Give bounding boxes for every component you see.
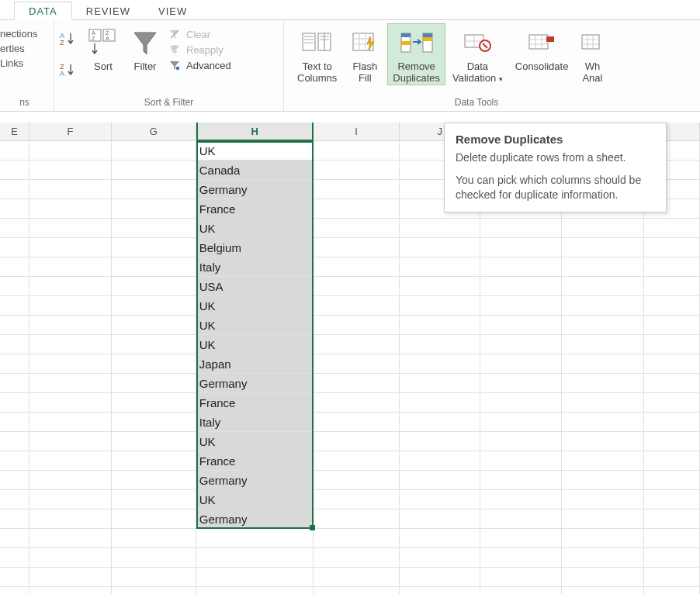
cell[interactable]	[29, 529, 112, 548]
cell[interactable]	[0, 141, 29, 161]
cell[interactable]	[480, 238, 562, 257]
cell[interactable]	[0, 471, 29, 490]
cell[interactable]	[562, 238, 644, 257]
cell[interactable]	[29, 451, 112, 471]
cell[interactable]	[480, 490, 562, 509]
tab-view[interactable]: VIEW	[144, 2, 201, 19]
cell[interactable]	[0, 316, 29, 335]
cell[interactable]	[29, 568, 112, 587]
flash-fill-button[interactable]: Flash Fill	[344, 23, 386, 85]
cell[interactable]	[0, 548, 29, 568]
cell[interactable]	[29, 141, 112, 161]
cell[interactable]	[29, 180, 112, 199]
data-cell[interactable]: USA	[196, 277, 314, 296]
cell[interactable]	[0, 257, 29, 277]
cell[interactable]	[644, 374, 700, 393]
cell[interactable]	[562, 587, 644, 594]
data-cell[interactable]: UK	[196, 432, 314, 451]
cell[interactable]	[112, 393, 196, 413]
cell[interactable]	[112, 509, 196, 529]
cell[interactable]	[314, 568, 400, 587]
cell[interactable]	[480, 548, 562, 568]
cell[interactable]	[196, 587, 314, 594]
cell[interactable]	[480, 296, 562, 316]
cell[interactable]	[314, 432, 400, 451]
cell[interactable]	[0, 587, 29, 594]
cell[interactable]	[112, 180, 196, 199]
tab-data[interactable]: DATA	[14, 2, 72, 20]
cell[interactable]	[400, 568, 480, 587]
cell[interactable]	[29, 161, 112, 180]
cell[interactable]	[314, 490, 400, 509]
cell[interactable]	[480, 451, 562, 471]
cell[interactable]	[644, 335, 700, 354]
cell[interactable]	[0, 432, 29, 451]
cell[interactable]	[29, 316, 112, 335]
cell[interactable]	[480, 413, 562, 432]
cell[interactable]	[562, 568, 644, 587]
cell[interactable]	[562, 529, 644, 548]
cell[interactable]	[562, 451, 644, 471]
cell[interactable]	[112, 529, 196, 548]
cell[interactable]	[314, 180, 400, 199]
cell[interactable]	[0, 335, 29, 354]
cell[interactable]	[644, 393, 700, 413]
cell[interactable]	[562, 374, 644, 393]
cell[interactable]	[400, 354, 480, 374]
tab-review[interactable]: REVIEW	[72, 2, 144, 19]
cell[interactable]	[29, 277, 112, 296]
data-cell[interactable]: France	[196, 199, 314, 219]
cell[interactable]	[644, 257, 700, 277]
cell[interactable]	[196, 529, 314, 548]
cell[interactable]	[480, 393, 562, 413]
data-cell[interactable]: UK	[196, 296, 314, 316]
cell[interactable]	[0, 509, 29, 529]
cell[interactable]	[29, 354, 112, 374]
data-cell[interactable]: Japan	[196, 354, 314, 374]
cell[interactable]	[400, 509, 480, 529]
cell[interactable]	[29, 296, 112, 316]
cell[interactable]	[644, 529, 700, 548]
text-to-columns-button[interactable]: Text to Columns	[292, 23, 342, 85]
cell[interactable]	[314, 413, 400, 432]
cell[interactable]	[400, 296, 480, 316]
cell[interactable]	[112, 335, 196, 354]
cell[interactable]	[314, 277, 400, 296]
cell[interactable]	[29, 257, 112, 277]
cell[interactable]	[400, 529, 480, 548]
data-cell[interactable]: Germany	[196, 180, 314, 199]
cell[interactable]	[562, 509, 644, 529]
cell[interactable]	[314, 451, 400, 471]
cell[interactable]	[112, 238, 196, 257]
data-cell[interactable]: UK	[196, 335, 314, 354]
cell[interactable]	[644, 587, 700, 594]
cell[interactable]	[480, 257, 562, 277]
cell[interactable]	[112, 587, 196, 594]
cell[interactable]	[314, 257, 400, 277]
cell[interactable]	[480, 354, 562, 374]
data-cell[interactable]: France	[196, 451, 314, 471]
cell[interactable]	[400, 432, 480, 451]
cell[interactable]	[400, 587, 480, 594]
cell[interactable]	[314, 161, 400, 180]
data-cell[interactable]: Germany	[196, 471, 314, 490]
connections-item[interactable]: nections	[0, 28, 37, 40]
cell[interactable]	[644, 451, 700, 471]
cell[interactable]	[0, 219, 29, 238]
cell[interactable]	[562, 393, 644, 413]
data-cell[interactable]: UK	[196, 141, 314, 161]
cell[interactable]	[29, 587, 112, 594]
cell[interactable]	[0, 393, 29, 413]
cell[interactable]	[314, 199, 400, 219]
data-cell[interactable]: UK	[196, 219, 314, 238]
cell[interactable]	[644, 568, 700, 587]
cell[interactable]	[0, 180, 29, 199]
col-header-I[interactable]: I	[314, 123, 400, 140]
cell[interactable]	[400, 219, 480, 238]
cell[interactable]	[644, 509, 700, 529]
cell[interactable]	[644, 219, 700, 238]
cell[interactable]	[400, 374, 480, 393]
cell[interactable]	[112, 141, 196, 161]
data-cell[interactable]: UK	[196, 490, 314, 509]
cell[interactable]	[112, 432, 196, 451]
